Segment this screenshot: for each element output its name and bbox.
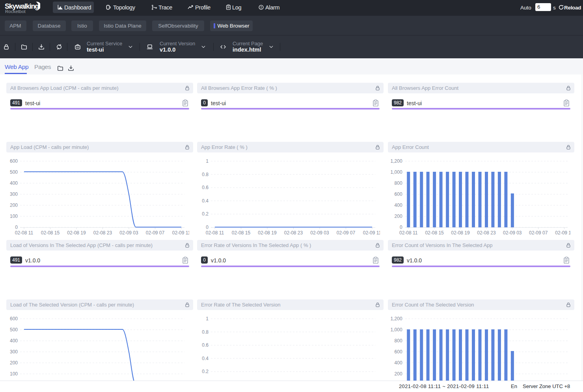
svg-text:02-08 15: 02-08 15 — [232, 230, 251, 236]
svg-text:0.2: 0.2 — [202, 211, 209, 217]
svg-text:1: 1 — [206, 316, 209, 321]
svg-text:0: 0 — [206, 225, 209, 230]
svg-text:02-09 11: 02-09 11 — [555, 230, 570, 236]
svg-text:02-08 19: 02-08 19 — [451, 230, 470, 236]
svg-text:1,000: 1,000 — [391, 169, 402, 175]
svg-text:02-08 11: 02-08 11 — [399, 230, 418, 236]
svg-text:0.8: 0.8 — [202, 329, 209, 335]
svg-text:02-08 23: 02-08 23 — [93, 230, 112, 236]
svg-text:02-09 11: 02-09 11 — [172, 230, 189, 236]
svg-text:200: 200 — [10, 360, 18, 366]
svg-text:02-08 19: 02-08 19 — [258, 230, 277, 236]
svg-text:02-09 03: 02-09 03 — [310, 230, 329, 236]
svg-text:1,000: 1,000 — [391, 327, 402, 333]
svg-text:02-09 07: 02-09 07 — [529, 230, 548, 236]
svg-text:02-09 03: 02-09 03 — [503, 230, 522, 236]
svg-text:600: 600 — [395, 349, 402, 355]
svg-text:400: 400 — [10, 338, 18, 344]
svg-text:02-08 19: 02-08 19 — [67, 230, 86, 236]
svg-text:02-09 03: 02-09 03 — [119, 230, 138, 236]
svg-text:100: 100 — [10, 214, 18, 219]
svg-text:1: 1 — [206, 158, 209, 164]
svg-text:02-08 15: 02-08 15 — [41, 230, 60, 236]
svg-text:200: 200 — [10, 203, 18, 208]
svg-text:0.4: 0.4 — [202, 356, 209, 361]
svg-text:0: 0 — [15, 225, 18, 230]
svg-text:800: 800 — [395, 338, 402, 344]
svg-text:600: 600 — [10, 158, 18, 164]
svg-text:02-08 11: 02-08 11 — [15, 230, 34, 236]
svg-text:1,200: 1,200 — [391, 158, 402, 164]
svg-text:400: 400 — [395, 360, 402, 366]
svg-text:0.8: 0.8 — [202, 172, 209, 177]
svg-text:1,200: 1,200 — [391, 316, 402, 321]
svg-text:500: 500 — [10, 327, 18, 333]
svg-text:0.2: 0.2 — [202, 369, 209, 374]
svg-text:02-09 07: 02-09 07 — [337, 230, 356, 236]
svg-text:100: 100 — [10, 371, 18, 377]
svg-text:600: 600 — [395, 191, 402, 197]
svg-text:300: 300 — [10, 349, 18, 355]
svg-text:0.6: 0.6 — [202, 185, 209, 190]
svg-text:02-09 07: 02-09 07 — [146, 230, 165, 236]
svg-text:400: 400 — [10, 180, 18, 186]
svg-text:02-08 15: 02-08 15 — [425, 230, 444, 236]
svg-text:0.6: 0.6 — [202, 342, 209, 348]
svg-text:02-09 11: 02-09 11 — [363, 230, 380, 236]
svg-text:02-08 11: 02-08 11 — [206, 230, 224, 236]
svg-text:0: 0 — [400, 225, 402, 230]
svg-text:500: 500 — [10, 169, 18, 175]
svg-text:0.4: 0.4 — [202, 198, 209, 204]
svg-text:600: 600 — [10, 316, 18, 321]
svg-text:200: 200 — [395, 371, 402, 377]
svg-text:800: 800 — [395, 180, 402, 186]
svg-text:300: 300 — [10, 191, 18, 197]
svg-text:200: 200 — [395, 214, 402, 219]
svg-text:02-08 23: 02-08 23 — [284, 230, 303, 236]
svg-text:400: 400 — [395, 203, 402, 208]
svg-text:02-08 23: 02-08 23 — [477, 230, 496, 236]
